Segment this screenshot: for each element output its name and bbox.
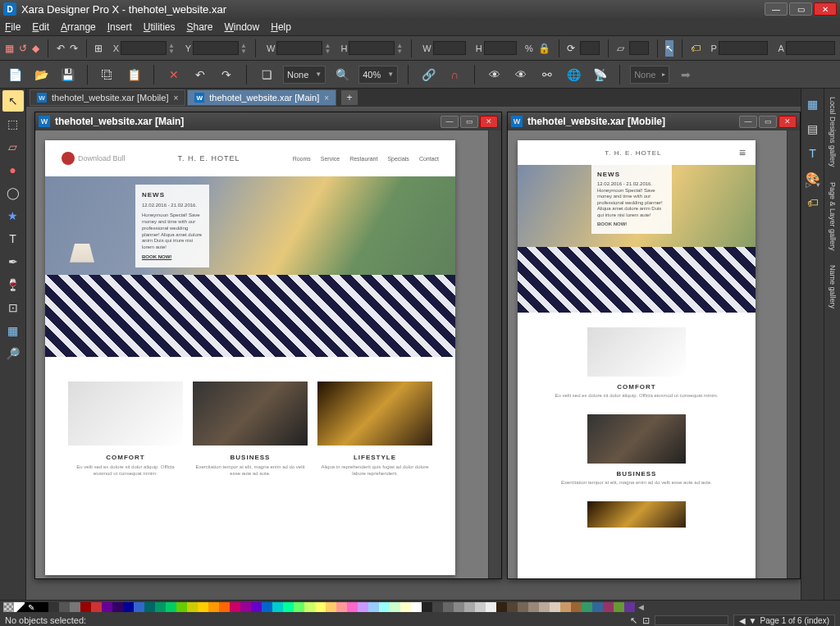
color-swatch[interactable] (102, 602, 112, 612)
color-swatch[interactable] (336, 602, 347, 612)
tag-gallery-icon[interactable]: 🏷 (802, 192, 824, 213)
color-swatch[interactable] (123, 602, 134, 612)
menu-arrange[interactable]: Arrange (61, 21, 96, 33)
paste-icon[interactable]: 📋 (124, 65, 144, 85)
shape-tool-icon[interactable]: ⬚ (2, 113, 24, 135)
color-swatch[interactable] (187, 602, 198, 612)
color-swatch[interactable] (422, 602, 432, 612)
preview-page-icon[interactable]: 👁 (511, 65, 531, 85)
color-swatch[interactable] (432, 602, 443, 612)
open-icon[interactable]: 📂 (31, 65, 51, 85)
glass-tool-icon[interactable]: 🍷 (2, 274, 24, 295)
color-swatch[interactable] (59, 602, 70, 612)
new-tab-button[interactable]: + (341, 90, 358, 105)
color-swatch[interactable] (134, 602, 144, 612)
doc-list-icon[interactable]: ▾ (816, 180, 820, 189)
tag-icon[interactable]: 🏷 (691, 40, 701, 57)
publish-icon[interactable]: 📡 (590, 65, 609, 85)
color-swatch[interactable] (560, 602, 571, 612)
doc-minimize-button[interactable]: — (441, 116, 459, 128)
zoom-in-tool-icon[interactable]: 🔎 (2, 343, 24, 364)
layer-gallery-icon[interactable]: ▤ (802, 118, 824, 139)
color-swatch[interactable] (624, 602, 635, 612)
color-swatch[interactable] (304, 602, 315, 612)
menu-help[interactable]: Help (271, 21, 291, 33)
web-icon[interactable]: 🌐 (564, 65, 583, 85)
maximize-button[interactable]: ▭ (789, 2, 812, 16)
color-swatch[interactable] (400, 602, 411, 612)
vertical-scrollbar[interactable] (787, 130, 800, 578)
live-drag-icon[interactable]: ↖ (630, 615, 637, 626)
page-indicator[interactable]: ◀▼Page 1 of 6 (index) (733, 615, 835, 627)
color-swatch[interactable] (294, 602, 304, 612)
color-swatch[interactable] (528, 602, 539, 612)
color-swatch[interactable] (315, 602, 326, 612)
color-swatch[interactable] (571, 602, 582, 612)
palette-scroll-left-icon[interactable]: ◀ (635, 602, 646, 612)
color-swatch[interactable] (443, 602, 454, 612)
color-swatch[interactable] (539, 602, 550, 612)
pen-tool-icon[interactable]: ✒ (2, 251, 24, 272)
color-swatch[interactable] (475, 602, 486, 612)
color-swatch[interactable] (486, 602, 496, 612)
menu-edit[interactable]: Edit (32, 21, 49, 33)
hpct-field[interactable] (484, 41, 517, 55)
selection-bounds-icon[interactable]: ▦ (5, 40, 14, 57)
menu-window[interactable]: Window (225, 21, 260, 33)
color-swatch[interactable] (144, 602, 155, 612)
color-swatch[interactable] (155, 602, 166, 612)
color-swatch[interactable] (208, 602, 219, 612)
menu-insert[interactable]: Insert (107, 21, 132, 33)
doc-close-button[interactable]: ✕ (778, 116, 797, 128)
color-swatch[interactable] (507, 602, 518, 612)
x-field[interactable] (121, 41, 167, 55)
wpct-field[interactable] (433, 41, 466, 55)
color-swatch[interactable] (70, 602, 80, 612)
skew-icon[interactable]: ▱ (617, 40, 624, 57)
menu-share[interactable]: Share (186, 21, 212, 33)
zoom-tool-icon[interactable]: 🔍 (332, 65, 352, 85)
color-swatch[interactable] (91, 602, 102, 612)
cursor-tool-icon[interactable]: ↖ (665, 40, 673, 57)
snap-grid-icon[interactable]: ⊞ (94, 40, 103, 57)
close-button[interactable]: ✕ (814, 2, 837, 16)
rotate-tool-icon[interactable]: ↺ (19, 40, 27, 57)
color-swatch[interactable] (112, 602, 123, 612)
name-gallery-tab[interactable]: Name gallery (827, 260, 838, 313)
color-swatch[interactable] (518, 602, 528, 612)
color-swatch[interactable] (176, 602, 187, 612)
tab-main[interactable]: Wthehotel_website.xar [Main]× (187, 89, 336, 106)
color-swatch[interactable] (283, 602, 294, 612)
page-canvas-main[interactable]: Download Bull T. H. E. HOTEL Rooms Servi… (45, 140, 455, 575)
menu-file[interactable]: File (5, 21, 21, 33)
doc-minimize-button[interactable]: — (739, 116, 757, 128)
w-field[interactable] (276, 41, 322, 55)
color-swatch[interactable] (603, 602, 614, 612)
h-field[interactable] (349, 41, 395, 55)
tab-mobile[interactable]: Wthehotel_website.xar [Mobile]× (30, 89, 185, 106)
clone-icon[interactable]: ❏ (257, 65, 276, 85)
minimize-button[interactable]: — (765, 2, 788, 16)
export-link-icon[interactable]: ⚯ (537, 65, 557, 85)
flip-v-icon[interactable]: ↷ (70, 40, 78, 57)
vertical-scrollbar[interactable] (488, 130, 501, 578)
local-designs-tab[interactable]: Local Designs gallery (827, 92, 838, 172)
redo-icon[interactable]: ↷ (217, 65, 236, 85)
color-swatch[interactable] (368, 602, 379, 612)
color-swatch[interactable] (496, 602, 507, 612)
skew-field[interactable] (629, 41, 649, 55)
delete-icon[interactable]: ✕ (164, 65, 184, 85)
ellipse-tool-icon[interactable]: ◯ (2, 182, 24, 203)
lock-aspect-icon[interactable]: 🔒 (538, 40, 550, 57)
edit-color-icon[interactable]: ✎ (25, 602, 38, 612)
color-swatch[interactable] (198, 602, 208, 612)
copy-icon[interactable]: ⿻ (98, 65, 117, 85)
p-field[interactable] (719, 41, 768, 55)
page-canvas-mobile[interactable]: T. H. E. HOTEL ≡ NEWS 12.02.2016 - 21.02… (518, 140, 756, 578)
doc-maximize-button[interactable]: ▭ (460, 116, 478, 128)
apply-icon[interactable]: ➡ (676, 65, 696, 85)
scale-tool-icon[interactable]: ◆ (32, 40, 39, 57)
angle-field[interactable] (580, 41, 600, 55)
doc-maximize-button[interactable]: ▭ (759, 116, 777, 128)
crop-tool-icon[interactable]: ⊡ (2, 297, 24, 318)
